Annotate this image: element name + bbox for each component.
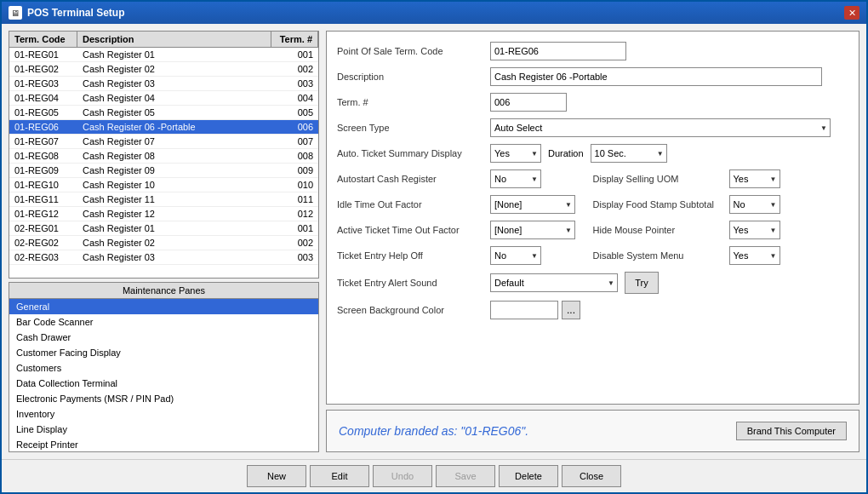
display-uom-select[interactable]: YesNo: [729, 169, 780, 188]
table-row[interactable]: 01-REG09 Cash Register 09 009: [9, 164, 318, 178]
term-label: Term. #: [337, 97, 490, 107]
pane-item[interactable]: General: [9, 299, 318, 314]
pos-code-control: [490, 42, 848, 60]
table-header: Term. Code Description Term. #: [9, 32, 318, 48]
col-header-term: Term. #: [271, 32, 318, 47]
pane-item[interactable]: Customer Facing Display: [9, 345, 318, 360]
cell-code: 02-REG02: [9, 236, 77, 250]
form-row-bg-color: Screen Background Color ...: [337, 301, 848, 319]
active-ticket-left: Active Ticket Time Out Factor [None]: [337, 221, 593, 239]
edit-button[interactable]: Edit: [310, 465, 369, 487]
brand-this-computer-button[interactable]: Brand This Computer: [736, 422, 847, 440]
active-ticket-select[interactable]: [None]: [490, 221, 575, 239]
table-body[interactable]: 01-REG01 Cash Register 01 001 01-REG02 C…: [9, 48, 318, 278]
autostart-select[interactable]: NoYes: [490, 169, 541, 188]
branding-text: Computer branded as: "01-REG06".: [339, 424, 528, 438]
branding-panel: Computer branded as: "01-REG06". Brand T…: [326, 410, 859, 452]
form-row-pos-code: Point Of Sale Term. Code: [337, 42, 848, 60]
idle-left: Idle Time Out Factor [None]: [337, 195, 593, 214]
title-bar-left: 🖥 POS Terminal Setup: [9, 6, 124, 20]
try-button[interactable]: Try: [625, 272, 659, 294]
col-header-desc: Description: [77, 32, 271, 47]
cell-desc: Cash Register 06 -Portable: [77, 120, 271, 134]
pane-item[interactable]: Line Display: [9, 422, 318, 437]
disable-system-label: Disable System Menu: [593, 250, 729, 261]
delete-button[interactable]: Delete: [499, 465, 558, 487]
close-window-button[interactable]: ✕: [844, 6, 859, 20]
ticket-help-select[interactable]: NoYes: [490, 246, 541, 265]
pos-code-label: Point Of Sale Term. Code: [337, 46, 490, 56]
window-icon: 🖥: [9, 6, 22, 20]
color-picker-icon: ...: [567, 304, 575, 316]
autostart-left: Autostart Cash Register NoYes: [337, 169, 593, 188]
pane-item[interactable]: Electronic Payments (MSR / PIN Pad): [9, 391, 318, 406]
cell-code: 01-REG02: [9, 62, 77, 76]
pane-item[interactable]: Data Collection Terminal: [9, 376, 318, 391]
maintenance-panes: Maintenance Panes GeneralBar Code Scanne…: [9, 282, 319, 452]
form-row-auto-ticket: Auto. Ticket Summary Display YesNo Durat…: [337, 144, 848, 163]
close-button[interactable]: Close: [562, 465, 621, 487]
description-input[interactable]: [490, 67, 822, 86]
form-row-active-ticket: Active Ticket Time Out Factor [None] Hid…: [337, 221, 848, 239]
duration-select[interactable]: 5 Sec.10 Sec.15 Sec.30 Sec.: [591, 144, 667, 163]
pane-item[interactable]: Inventory: [9, 406, 318, 422]
screen-type-select[interactable]: Auto Select Touch Screen Standard: [490, 118, 831, 137]
table-row[interactable]: 01-REG08 Cash Register 08 008: [9, 149, 318, 164]
food-stamp-label: Display Food Stamp Subtotal: [593, 199, 729, 210]
term-input[interactable]: [490, 93, 567, 112]
cell-code: 01-REG12: [9, 207, 77, 221]
hide-mouse-select[interactable]: YesNo: [729, 221, 780, 239]
pos-code-input[interactable]: [490, 42, 626, 60]
cell-term: 001: [271, 48, 318, 61]
table-row[interactable]: 02-REG03 Cash Register 03 003: [9, 250, 318, 265]
table-row[interactable]: 01-REG05 Cash Register 05 005: [9, 106, 318, 120]
cell-desc: Cash Register 01: [77, 48, 271, 61]
auto-ticket-select[interactable]: YesNo: [490, 144, 541, 163]
maintenance-panes-header: Maintenance Panes: [9, 283, 318, 299]
alert-sound-group: Default Try: [490, 272, 659, 294]
table-row[interactable]: 01-REG10 Cash Register 10 010: [9, 178, 318, 192]
form-row-idle: Idle Time Out Factor [None] Display Food…: [337, 195, 848, 214]
alert-sound-select[interactable]: Default: [490, 273, 618, 292]
table-row[interactable]: 01-REG11 Cash Register 11 011: [9, 192, 318, 207]
cell-term: 007: [271, 135, 318, 148]
pane-item[interactable]: Bar Code Scanner: [9, 314, 318, 330]
pane-item[interactable]: Receipt Printer: [9, 437, 318, 451]
auto-ticket-label: Auto. Ticket Summary Display: [337, 148, 490, 158]
table-row[interactable]: 02-REG01 Cash Register 01 001: [9, 221, 318, 236]
cell-code: 01-REG07: [9, 135, 77, 148]
cell-code: 02-REG03: [9, 250, 77, 264]
undo-button[interactable]: Undo: [373, 465, 432, 487]
table-row[interactable]: 01-REG03 Cash Register 03 003: [9, 77, 318, 91]
table-row[interactable]: 02-REG02 Cash Register 02 002: [9, 236, 318, 250]
disable-system-right: Disable System Menu YesNo: [593, 246, 849, 265]
table-row[interactable]: 01-REG06 Cash Register 06 -Portable 006: [9, 120, 318, 135]
bg-color-input-wrapper: ...: [490, 301, 580, 319]
pane-item[interactable]: Customers: [9, 360, 318, 376]
cell-desc: Cash Register 07: [77, 135, 271, 148]
right-panel: Point Of Sale Term. Code Description Ter…: [326, 31, 859, 452]
cell-desc: Cash Register 09: [77, 164, 271, 177]
form-row-alert-sound: Ticket Entry Alert Sound Default Try: [337, 272, 848, 294]
cell-term: 009: [271, 164, 318, 177]
disable-system-select[interactable]: YesNo: [729, 246, 780, 265]
bg-color-label: Screen Background Color: [337, 305, 490, 315]
terminal-table: Term. Code Description Term. # 01-REG01 …: [9, 31, 319, 279]
table-row[interactable]: 01-REG07 Cash Register 07 007: [9, 135, 318, 149]
idle-select[interactable]: [None]: [490, 195, 575, 214]
maintenance-panes-body[interactable]: GeneralBar Code ScannerCash DrawerCustom…: [9, 299, 318, 451]
save-button[interactable]: Save: [436, 465, 495, 487]
pane-item[interactable]: Cash Drawer: [9, 330, 318, 345]
new-button[interactable]: New: [247, 465, 306, 487]
table-row[interactable]: 01-REG12 Cash Register 12 012: [9, 207, 318, 221]
left-panel: Term. Code Description Term. # 01-REG01 …: [9, 31, 319, 452]
form-row-screen-type: Screen Type Auto Select Touch Screen Sta…: [337, 118, 848, 137]
table-row[interactable]: 01-REG04 Cash Register 04 004: [9, 91, 318, 106]
cell-desc: Cash Register 05: [77, 106, 271, 119]
table-row[interactable]: 01-REG02 Cash Register 02 002: [9, 62, 318, 77]
food-stamp-select[interactable]: NoYes: [729, 195, 780, 214]
table-row[interactable]: 01-REG01 Cash Register 01 001: [9, 48, 318, 62]
hide-mouse-right: Hide Mouse Pointer YesNo: [593, 221, 849, 239]
cell-desc: Cash Register 02: [77, 236, 271, 250]
color-picker-button[interactable]: ...: [562, 301, 580, 319]
